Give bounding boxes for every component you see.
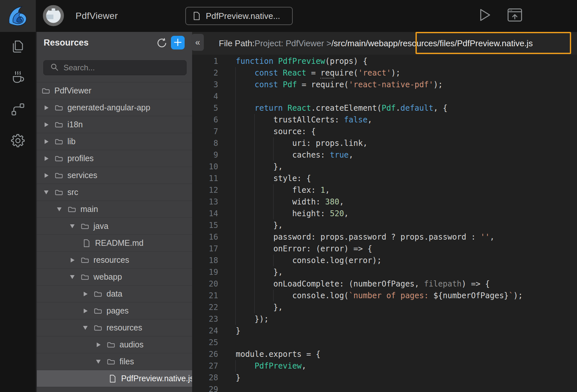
chevron-down-icon[interactable] bbox=[57, 207, 62, 211]
code-line-9[interactable]: 9 caches: true, bbox=[192, 149, 577, 161]
tree-item-audios[interactable]: audios bbox=[37, 336, 192, 353]
tree-item-README.md[interactable]: README.md bbox=[37, 235, 192, 252]
code-line-22[interactable]: 22 }, bbox=[192, 301, 577, 313]
chevron-right-icon[interactable] bbox=[71, 258, 75, 262]
code-text: trustAllCerts: false, bbox=[236, 114, 372, 126]
line-number: 4 bbox=[192, 91, 218, 102]
code-line-4[interactable]: 4 bbox=[192, 91, 577, 102]
code-line-25[interactable]: 25 bbox=[192, 337, 577, 348]
code-line-12[interactable]: 12 flex: 1, bbox=[192, 184, 577, 196]
tree-item-label: resources bbox=[93, 255, 129, 265]
code-line-29[interactable]: 29 bbox=[192, 384, 577, 392]
tree-item-resources[interactable]: resources bbox=[37, 252, 192, 269]
open-file-tab[interactable]: PdfPreview.native... bbox=[185, 7, 293, 25]
code-line-21[interactable]: 21 console.log(`number of pages: ${numbe… bbox=[192, 290, 577, 301]
code-line-26[interactable]: 26module.exports = { bbox=[192, 348, 577, 360]
search-input[interactable] bbox=[63, 63, 186, 73]
rail-pages-button[interactable] bbox=[10, 39, 26, 55]
code-line-19[interactable]: 19 }, bbox=[192, 266, 577, 278]
sidebar-collapse-button[interactable]: « bbox=[191, 34, 204, 51]
line-number: 21 bbox=[192, 290, 218, 301]
expander-slot bbox=[43, 189, 55, 196]
tree-item-label: i18n bbox=[67, 120, 83, 129]
tree-item-lib[interactable]: lib bbox=[37, 133, 192, 150]
code-editor[interactable]: 1function PdfPreview(props) {2 const Rea… bbox=[192, 55, 577, 392]
app-logo[interactable] bbox=[0, 0, 36, 32]
code-line-18[interactable]: 18 console.log(error); bbox=[192, 255, 577, 266]
tree-item-resources[interactable]: resources bbox=[37, 319, 192, 336]
code-line-2[interactable]: 2 const React = require('react'); bbox=[192, 67, 577, 79]
code-line-16[interactable]: 16 password: props.password ? props.pass… bbox=[192, 231, 577, 243]
code-line-10[interactable]: 10 }, bbox=[192, 161, 577, 173]
activity-rail bbox=[0, 32, 36, 392]
code-line-5[interactable]: 5 return React.createElement(Pdf.default… bbox=[192, 102, 577, 114]
code-line-11[interactable]: 11 style: { bbox=[192, 173, 577, 184]
code-line-14[interactable]: 14 height: 520, bbox=[192, 208, 577, 219]
file-icon bbox=[108, 374, 117, 383]
chevron-right-icon[interactable] bbox=[97, 343, 101, 347]
code-line-15[interactable]: 15 }, bbox=[192, 219, 577, 231]
line-number: 1 bbox=[192, 55, 218, 67]
line-number: 10 bbox=[192, 161, 218, 173]
code-line-13[interactable]: 13 width: 380, bbox=[192, 196, 577, 208]
code-line-28[interactable]: 28} bbox=[192, 372, 577, 384]
line-number: 6 bbox=[192, 114, 218, 126]
add-resource-button[interactable] bbox=[171, 36, 185, 49]
tree-item-label: audios bbox=[120, 340, 144, 349]
rail-settings-button[interactable] bbox=[10, 133, 26, 148]
wave-logo-icon bbox=[6, 4, 30, 28]
chevron-right-icon[interactable] bbox=[84, 292, 88, 296]
chevron-down-icon[interactable] bbox=[70, 275, 75, 279]
tree-item-main[interactable]: main bbox=[37, 201, 192, 218]
tree-item-src[interactable]: src bbox=[37, 184, 192, 201]
tree-item-generated-angular-app[interactable]: generated-angular-app bbox=[37, 99, 192, 116]
tree-item-PdfViewer[interactable]: PdfViewer bbox=[37, 82, 192, 99]
code-line-6[interactable]: 6 trustAllCerts: false, bbox=[192, 114, 577, 126]
refresh-button[interactable] bbox=[156, 37, 168, 49]
code-line-8[interactable]: 8 uri: props.link, bbox=[192, 137, 577, 149]
chevron-right-icon[interactable] bbox=[45, 105, 49, 110]
tree-item-pages[interactable]: pages bbox=[37, 302, 192, 319]
chevron-down-icon[interactable] bbox=[70, 224, 75, 228]
file-icon bbox=[193, 11, 200, 21]
tree-item-PdfPreview.native.js[interactable]: PdfPreview.native.js bbox=[37, 370, 192, 387]
code-line-1[interactable]: 1function PdfPreview(props) { bbox=[192, 55, 577, 67]
chevron-right-icon[interactable] bbox=[45, 122, 49, 127]
code-line-3[interactable]: 3 const Pdf = require('react-native-pdf'… bbox=[192, 79, 577, 91]
tree-item-label: README.md bbox=[95, 238, 144, 248]
chevron-down-icon[interactable] bbox=[96, 360, 101, 364]
tree-item-i18n[interactable]: i18n bbox=[37, 116, 192, 133]
code-line-24[interactable]: 24} bbox=[192, 325, 577, 337]
rail-coffee-button[interactable] bbox=[10, 70, 26, 86]
code-line-20[interactable]: 20 onLoadComplete: (numberOfPages, filep… bbox=[192, 278, 577, 290]
tree-item-data[interactable]: data bbox=[37, 286, 192, 302]
tree-item-label: main bbox=[80, 204, 98, 214]
line-number: 19 bbox=[192, 266, 218, 278]
chevron-down-icon[interactable] bbox=[44, 190, 49, 194]
tree-item-services[interactable]: services bbox=[37, 167, 192, 184]
tree-item-webapp[interactable]: webapp bbox=[37, 269, 192, 286]
chevron-down-icon[interactable] bbox=[83, 326, 88, 330]
folder-icon bbox=[94, 307, 102, 315]
plus-icon bbox=[174, 38, 182, 48]
code-text: style: { bbox=[236, 173, 311, 184]
file-tree: PdfViewergenerated-angular-appi18nlibpro… bbox=[37, 82, 192, 392]
code-line-17[interactable]: 17 onError: (error) => { bbox=[192, 243, 577, 255]
code-line-27[interactable]: 27 PdfPreview, bbox=[192, 360, 577, 372]
code-text: uri: props.link, bbox=[236, 137, 368, 149]
chevron-right-icon[interactable] bbox=[45, 139, 49, 144]
chevron-right-icon[interactable] bbox=[45, 156, 49, 161]
publish-button[interactable] bbox=[507, 7, 523, 23]
run-button[interactable] bbox=[478, 8, 493, 23]
rail-flow-button[interactable] bbox=[10, 102, 26, 117]
code-text: console.log(`number of pages: ${numberOf… bbox=[236, 290, 523, 301]
tree-item-profiles[interactable]: profiles bbox=[37, 150, 192, 167]
tree-item-partial[interactable] bbox=[37, 387, 192, 392]
tree-item-java[interactable]: java bbox=[37, 218, 192, 235]
chevron-right-icon[interactable] bbox=[45, 173, 49, 178]
code-line-23[interactable]: 23 }); bbox=[192, 313, 577, 325]
file-path-project: Project: PdfViewer > bbox=[255, 38, 331, 49]
chevron-right-icon[interactable] bbox=[84, 309, 88, 313]
tree-item-files[interactable]: files bbox=[37, 353, 192, 370]
code-line-7[interactable]: 7 source: { bbox=[192, 126, 577, 137]
